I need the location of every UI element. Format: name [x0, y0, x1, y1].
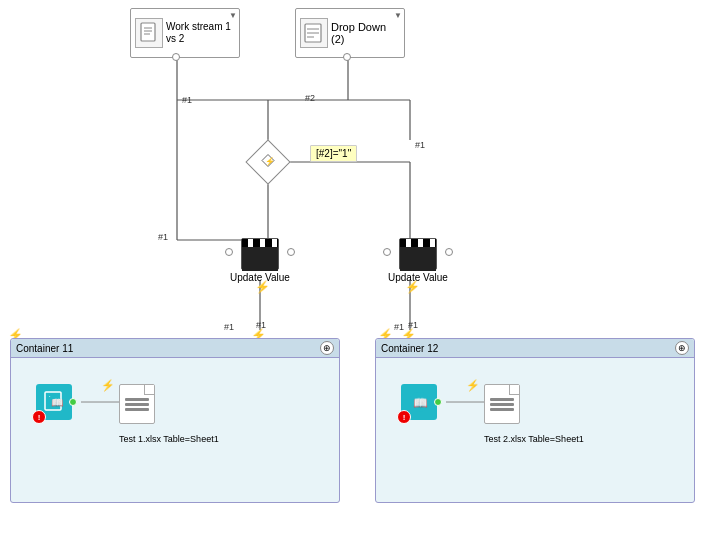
workstream-node[interactable]: Work stream 1 vs 2 ▼ — [130, 8, 240, 58]
conn-label-1: #1 — [182, 95, 192, 105]
container-12-inner-lightning: ⚡ — [466, 379, 480, 392]
container-12-file-label: Test 2.xlsx Table=Sheet1 — [484, 434, 584, 446]
dropdown-label: Drop Down (2) — [331, 21, 400, 45]
container-11-file-label: Test 1.xlsx Table=Sheet1 — [119, 434, 219, 446]
conn-label-4: #1 — [158, 232, 168, 242]
container-11-inner-lines — [11, 339, 339, 502]
workflow-canvas: #1 #2 #1 #1 #1 #1 Work stream 1 vs 2 ▼ — [0, 0, 702, 535]
workstream-dropdown-arrow[interactable]: ▼ — [229, 11, 237, 20]
conn-label-c12: #1 — [408, 320, 418, 330]
diamond-icon: ⚡ — [261, 154, 275, 171]
clapperboard-1 — [241, 238, 279, 270]
workstream-label: Work stream 1 vs 2 — [166, 21, 235, 45]
container-12-doc-icon — [484, 384, 520, 424]
svg-rect-14 — [141, 23, 155, 41]
update-value-1-node[interactable]: Update Value — [230, 238, 290, 283]
decision-diamond[interactable]: ⚡ — [246, 140, 290, 184]
container-11: Container 11 ⊕ 📖 ! — [10, 338, 340, 503]
conn-label-c11: #1 — [256, 320, 266, 330]
container-12-inner-lines — [376, 339, 694, 502]
dropdown-arrow[interactable]: ▼ — [394, 11, 402, 20]
update1-left-connector[interactable] — [225, 248, 233, 256]
container-11-doc-icon — [119, 384, 155, 424]
container-11-inner-lightning: ⚡ — [101, 379, 115, 392]
dropdown-node[interactable]: Drop Down (2) ▼ — [295, 8, 405, 58]
condition-label: [#2]="1" — [310, 145, 357, 162]
workstream-icon — [135, 18, 163, 48]
container-11-doc-node[interactable] — [119, 384, 155, 424]
clapperboard-2 — [399, 238, 437, 270]
update-value-2-node[interactable]: Update Value — [388, 238, 448, 283]
container-12-doc-node[interactable] — [484, 384, 520, 424]
lightning-2: ⚡ — [405, 280, 420, 294]
update2-right-connector[interactable] — [445, 248, 453, 256]
conn-label-3: #1 — [415, 140, 425, 150]
conn-label-5: #1 — [224, 322, 234, 332]
lightning-1: ⚡ — [255, 280, 270, 294]
dropdown-icon — [300, 18, 328, 48]
update2-left-connector[interactable] — [383, 248, 391, 256]
conn-label-2: #2 — [305, 93, 315, 103]
workstream-out-connector[interactable] — [172, 53, 180, 61]
dropdown-out-connector[interactable] — [343, 53, 351, 61]
svg-text:⚡: ⚡ — [265, 156, 275, 166]
container-12: Container 12 ⊕ 📖 ! ⚡ — [375, 338, 695, 503]
update1-right-connector[interactable] — [287, 248, 295, 256]
